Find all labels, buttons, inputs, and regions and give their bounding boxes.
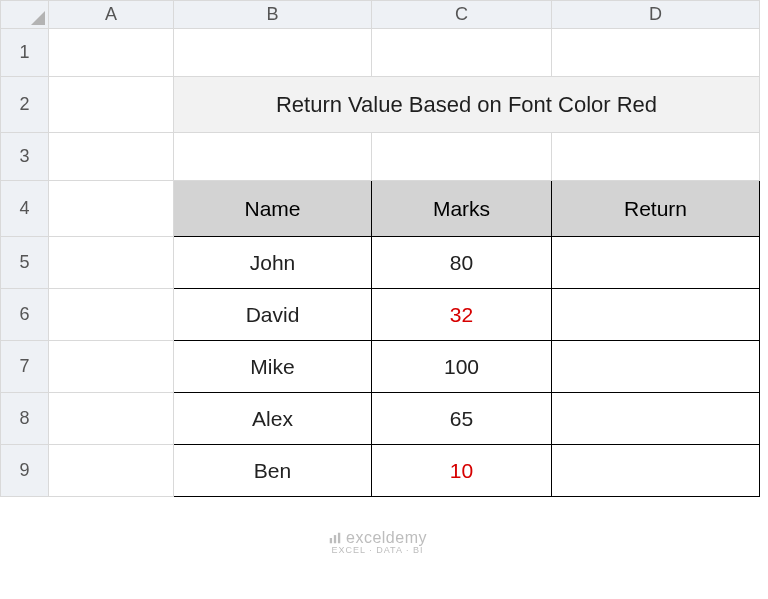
- svg-rect-1: [334, 535, 336, 543]
- cell-A8[interactable]: [49, 393, 174, 445]
- table-cell-name[interactable]: Alex: [174, 393, 372, 445]
- spreadsheet-grid: A B C D 1 2 Return Value Based on Font C…: [0, 0, 760, 497]
- table-header-name[interactable]: Name: [174, 181, 372, 237]
- table-cell-name[interactable]: John: [174, 237, 372, 289]
- table-cell-name[interactable]: Mike: [174, 341, 372, 393]
- col-header-B[interactable]: B: [174, 1, 372, 29]
- cell-A5[interactable]: [49, 237, 174, 289]
- cell-A2[interactable]: [49, 77, 174, 133]
- table-cell-return[interactable]: [552, 341, 760, 393]
- table-cell-marks[interactable]: 100: [372, 341, 552, 393]
- table-cell-return[interactable]: [552, 289, 760, 341]
- col-header-D[interactable]: D: [552, 1, 760, 29]
- table-cell-marks[interactable]: 32: [372, 289, 552, 341]
- cell-B3[interactable]: [174, 133, 372, 181]
- select-all-corner[interactable]: [1, 1, 49, 29]
- cell-A9[interactable]: [49, 445, 174, 497]
- table-cell-marks[interactable]: 65: [372, 393, 552, 445]
- cell-C3[interactable]: [372, 133, 552, 181]
- table-cell-return[interactable]: [552, 393, 760, 445]
- watermark-sub: EXCEL · DATA · BI: [328, 545, 427, 555]
- cell-A4[interactable]: [49, 181, 174, 237]
- row-header-3[interactable]: 3: [1, 133, 49, 181]
- table-cell-marks[interactable]: 80: [372, 237, 552, 289]
- svg-rect-2: [338, 533, 340, 544]
- table-cell-return[interactable]: [552, 445, 760, 497]
- col-header-A[interactable]: A: [49, 1, 174, 29]
- row-header-4[interactable]: 4: [1, 181, 49, 237]
- table-header-marks[interactable]: Marks: [372, 181, 552, 237]
- table-cell-name[interactable]: David: [174, 289, 372, 341]
- table-cell-marks[interactable]: 10: [372, 445, 552, 497]
- row-header-8[interactable]: 8: [1, 393, 49, 445]
- page-title[interactable]: Return Value Based on Font Color Red: [174, 77, 760, 133]
- table-cell-name[interactable]: Ben: [174, 445, 372, 497]
- table-header-return[interactable]: Return: [552, 181, 760, 237]
- cell-B1[interactable]: [174, 29, 372, 77]
- row-header-2[interactable]: 2: [1, 77, 49, 133]
- chart-icon: [328, 531, 342, 545]
- cell-A6[interactable]: [49, 289, 174, 341]
- row-header-9[interactable]: 9: [1, 445, 49, 497]
- watermark: exceldemy EXCEL · DATA · BI: [328, 529, 427, 555]
- cell-D1[interactable]: [552, 29, 760, 77]
- row-header-1[interactable]: 1: [1, 29, 49, 77]
- cell-A3[interactable]: [49, 133, 174, 181]
- table-cell-return[interactable]: [552, 237, 760, 289]
- row-header-5[interactable]: 5: [1, 237, 49, 289]
- row-header-6[interactable]: 6: [1, 289, 49, 341]
- svg-rect-0: [330, 538, 332, 543]
- cell-A7[interactable]: [49, 341, 174, 393]
- cell-D3[interactable]: [552, 133, 760, 181]
- col-header-C[interactable]: C: [372, 1, 552, 29]
- cell-C1[interactable]: [372, 29, 552, 77]
- watermark-text: exceldemy: [346, 529, 427, 546]
- row-header-7[interactable]: 7: [1, 341, 49, 393]
- cell-A1[interactable]: [49, 29, 174, 77]
